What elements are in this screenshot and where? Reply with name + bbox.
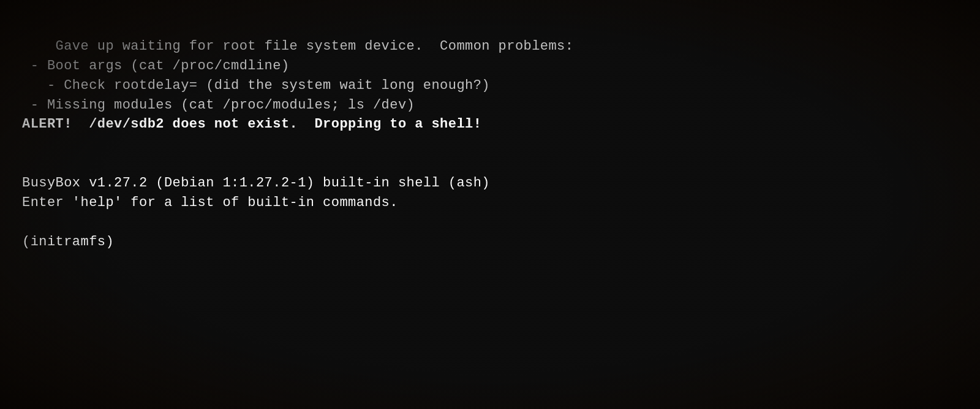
terminal-line-9-help: Enter 'help' for a list of built-in comm…	[22, 195, 398, 210]
terminal-line-2: - Boot args (cat /proc/cmdline)	[22, 58, 290, 74]
terminal-line-5-alert: ALERT! /dev/sdb2 does not exist. Droppin…	[22, 117, 481, 132]
terminal-line-8-busybox: BusyBox v1.27.2 (Debian 1:1.27.2-1) buil…	[22, 175, 490, 191]
terminal-screen: Gave up waiting for root file system dev…	[0, 0, 980, 409]
terminal-line-1: Gave up waiting for root file system dev…	[56, 39, 574, 54]
terminal-line-3: - Check rootdelay= (did the system wait …	[22, 78, 490, 93]
terminal-line-4: - Missing modules (cat /proc/modules; ls…	[22, 97, 415, 113]
terminal-output[interactable]: Gave up waiting for root file system dev…	[22, 17, 573, 272]
terminal-line-11-prompt[interactable]: (initramfs)	[22, 234, 123, 250]
